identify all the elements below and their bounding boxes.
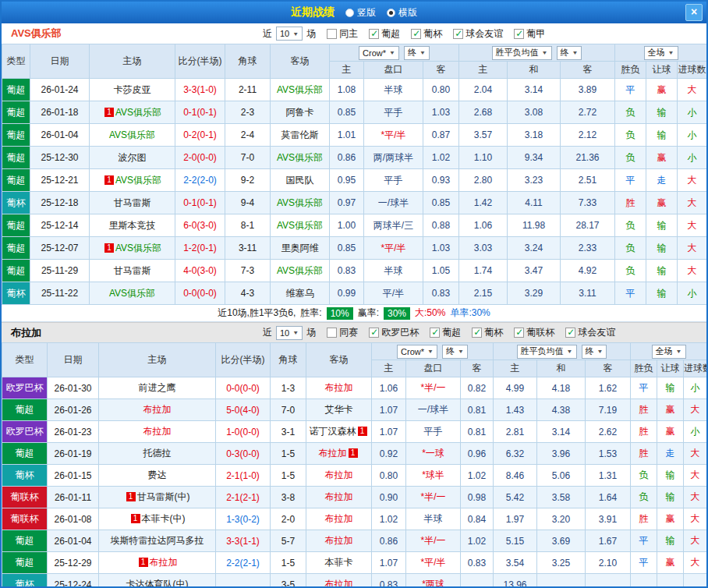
away-win-odds: 3.11 xyxy=(561,282,615,305)
away-win-odds: 2.33 xyxy=(561,237,615,260)
match-date: 25-12-14 xyxy=(30,214,90,237)
checkbox-checked-icon[interactable] xyxy=(514,328,524,338)
checkbox-checked-icon[interactable] xyxy=(565,328,575,338)
home-win-odds: 3.54 xyxy=(494,552,537,574)
team-name: 阿鲁卡 xyxy=(286,107,314,118)
away-win-odds: 1.53 xyxy=(586,443,631,465)
league-type-badge: 葡超 xyxy=(2,399,48,421)
match-row: 葡超26-01-24卡莎皮亚3-3(1-0)2-11AVS俱乐部1.08半球0.… xyxy=(2,79,707,101)
away-team: 布拉加 xyxy=(306,487,372,508)
checkbox-unchecked-icon[interactable] xyxy=(327,29,337,39)
fulltime-select[interactable]: 全场 xyxy=(652,345,686,359)
final-odds-select[interactable]: 终 xyxy=(442,345,468,359)
league-filter[interactable]: 葡杯 xyxy=(472,326,503,339)
wdl-average-select[interactable]: 胜平负均值 xyxy=(517,345,577,359)
team-name: 布拉加 xyxy=(319,448,347,459)
away-win-odds: 2.51 xyxy=(561,169,615,192)
asian-home-odds: 1.07 xyxy=(372,399,406,421)
layout-vertical-option[interactable]: 竖版 xyxy=(345,6,376,19)
col-handicap: 盘口 xyxy=(364,62,423,79)
home-team: 布拉加 xyxy=(99,399,216,421)
league-type-badge: 葡杯 xyxy=(2,282,30,305)
league-filter[interactable]: 葡联杯 xyxy=(514,326,554,339)
away-win-odds: 7.19 xyxy=(586,399,631,421)
handicap-rate-badge: 30% xyxy=(384,307,410,320)
asian-away-odds: 0.96 xyxy=(461,443,494,465)
asian-handicap-line: *平/半 xyxy=(406,552,461,574)
result-goals: 大 xyxy=(678,192,707,214)
checkbox-checked-icon[interactable] xyxy=(411,29,421,39)
filter-label: 葡超 xyxy=(381,27,400,41)
home-team: 1布拉加 xyxy=(99,552,216,574)
match-date: 26-01-19 xyxy=(48,443,99,465)
draw-odds: 3.14 xyxy=(508,79,561,101)
checkbox-checked-icon[interactable] xyxy=(472,328,482,338)
asian-handicap-line: *球半 xyxy=(406,465,461,487)
layout-horizontal-option[interactable]: 横版 xyxy=(387,6,417,19)
result-outcome: 胜 xyxy=(631,443,657,465)
bookmaker-select[interactable]: Crow* xyxy=(359,46,399,60)
league-filter[interactable]: 葡超 xyxy=(430,326,461,339)
asian-home-odds: 1.07 xyxy=(372,421,406,443)
away-team: 莫雷伦斯 xyxy=(271,124,330,147)
score-halftime: 4-0(3-0) xyxy=(175,260,225,282)
league-type-badge: 葡超 xyxy=(2,101,30,124)
radio-vertical-label[interactable]: 竖版 xyxy=(357,6,376,19)
league-filter[interactable]: 球会友谊 xyxy=(565,326,615,339)
event-count-badge: 1 xyxy=(349,448,358,458)
close-icon[interactable]: × xyxy=(685,4,703,21)
final-odds-select[interactable]: 终 xyxy=(404,46,430,60)
checkbox-checked-icon[interactable] xyxy=(514,29,524,39)
asian-home-odds: 0.99 xyxy=(330,282,364,305)
match-date: 25-12-18 xyxy=(30,192,90,214)
home-win-odds: 1.06 xyxy=(459,214,508,237)
final-wdl-select[interactable]: 终 xyxy=(557,46,582,60)
result-goals: 大 xyxy=(684,552,707,574)
win-rate-badge: 10% xyxy=(327,307,353,320)
league-type-badge: 葡联杯 xyxy=(2,487,48,508)
checkbox-unchecked-icon[interactable] xyxy=(327,328,337,338)
checkbox-checked-icon[interactable] xyxy=(369,29,379,39)
corner-score: 1-3 xyxy=(271,377,306,399)
team-name: AVS俱乐部 xyxy=(277,220,323,231)
match-row: 欧罗巴杯26-01-23布拉加1-0(0-0)3-1诺丁汉森林11.07平手0.… xyxy=(2,421,707,443)
away-win-odds: 1.67 xyxy=(586,530,631,552)
result-goals: 大 xyxy=(684,487,707,508)
league-filter[interactable]: 葡甲 xyxy=(514,27,545,41)
league-filter[interactable]: 葡杯 xyxy=(411,27,442,41)
result-outcome: 负 xyxy=(615,124,646,147)
result-outcome: 平 xyxy=(631,530,657,552)
league-filter[interactable]: 球会友谊 xyxy=(453,27,503,41)
team-name: 托德拉 xyxy=(143,448,172,459)
league-filter[interactable]: 欧罗巴杯 xyxy=(369,326,419,339)
draw-odds: 11.98 xyxy=(508,214,561,237)
radio-horizontal-label[interactable]: 横版 xyxy=(398,6,417,19)
score-halftime: 2-1(1-0) xyxy=(216,465,271,487)
home-win-odds: 2.68 xyxy=(459,101,508,124)
wdl-average-select[interactable]: 胜平负均值 xyxy=(492,46,552,60)
checkbox-checked-icon[interactable] xyxy=(453,29,463,39)
team-name: AVS俱乐部 xyxy=(277,265,323,276)
corner-score: 5-7 xyxy=(271,530,306,552)
bookmaker-select[interactable]: Crow* xyxy=(397,345,437,359)
final-wdl-select[interactable]: 终 xyxy=(582,345,607,359)
asian-home-odds: 0.83 xyxy=(372,574,406,588)
radio-unchecked-icon[interactable] xyxy=(345,9,354,17)
radio-checked-icon[interactable] xyxy=(387,9,395,17)
league-filter[interactable]: 同主 xyxy=(327,27,358,41)
checkbox-checked-icon[interactable] xyxy=(369,328,379,338)
checkbox-checked-icon[interactable] xyxy=(430,328,440,338)
league-filter[interactable]: 葡超 xyxy=(369,27,400,41)
corner-score: 4-3 xyxy=(225,282,271,305)
asian-odds-group: Crow* 终 xyxy=(330,44,459,62)
asian-away-odds: 0.82 xyxy=(461,377,494,399)
home-team: 卡达体育队(中) xyxy=(99,574,216,588)
result-handicap: 输 xyxy=(646,124,678,147)
fulltime-select[interactable]: 全场 xyxy=(644,46,678,60)
games-count-select[interactable]: 10 xyxy=(276,326,303,340)
match-date: 25-12-24 xyxy=(48,574,99,588)
games-count-select[interactable]: 10 xyxy=(276,27,303,41)
filter-label: 欧罗巴杯 xyxy=(381,326,419,339)
filter-label: 同赛 xyxy=(339,326,358,339)
league-filter[interactable]: 同赛 xyxy=(327,326,358,339)
